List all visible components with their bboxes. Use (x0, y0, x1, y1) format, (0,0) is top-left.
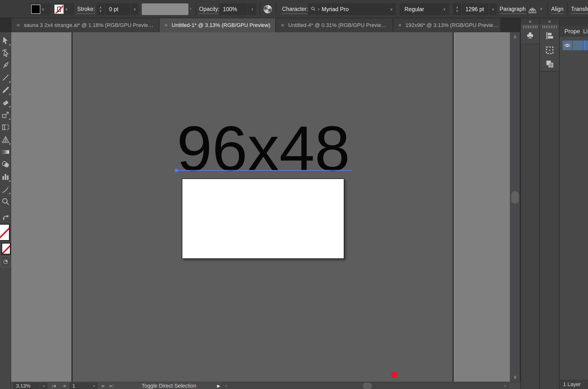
panel-tabs: Prope Lib (559, 26, 588, 36)
artboard[interactable] (182, 178, 344, 259)
drawing-mode-button[interactable] (0, 256, 11, 267)
scroll-left-icon[interactable]: ‹ (225, 382, 227, 389)
document-tab-label: Untitled-4* @ 0.31% (RGB/GPU Previe… (288, 22, 386, 29)
document-tab[interactable]: × Untitled-4* @ 0.31% (RGB/GPU Previe… (276, 18, 393, 32)
font-size-field[interactable]: 1296 pt (462, 3, 489, 15)
warp-envelope-icon[interactable] (527, 5, 537, 15)
document-tab[interactable]: × 192x96* @ 3.13% (RGB/GPU Previe… (393, 18, 501, 32)
stroke-weight-field[interactable]: 0 pt (105, 3, 130, 15)
chevron-up-icon[interactable]: ∧ (456, 6, 458, 9)
control-bar: ∨ ∨ Stroke: ∧ ∨ 0 pt ∨ ∨ Opacity: 100% › (0, 0, 588, 18)
chevron-down-icon[interactable]: ∨ (540, 6, 543, 11)
pen-tool[interactable] (0, 59, 11, 71)
collapse-dock-button[interactable]: « (540, 18, 559, 24)
fill-color-swatch[interactable] (31, 5, 40, 14)
selection-tool[interactable] (0, 34, 11, 47)
previous-artboard-button[interactable]: ◀ (63, 383, 65, 389)
stroke-panel-link[interactable]: Stroke: (77, 6, 95, 14)
layer-visibility-toggle[interactable] (562, 40, 573, 50)
status-expand-button[interactable]: ▶ (217, 383, 220, 389)
character-panel-link[interactable]: Character: (282, 6, 308, 14)
layer-thumbnail-cell[interactable] (573, 40, 583, 50)
red-square-object[interactable] (391, 372, 397, 377)
artboard-dropdown[interactable]: ∨ (90, 383, 98, 389)
opacity-panel-link[interactable]: Opacity: (199, 6, 219, 14)
tab-properties[interactable]: Prope (564, 26, 580, 36)
scale-tool[interactable] (0, 109, 11, 121)
line-segment-tool[interactable] (0, 71, 11, 84)
opacity-expand-button[interactable]: › (248, 3, 256, 15)
font-size-stepper[interactable]: ∧ ∨ (453, 3, 461, 15)
chevron-right-icon: › (251, 6, 253, 12)
scroll-up-icon[interactable]: ∧ (510, 34, 520, 40)
horizontal-scroll-thumb[interactable] (363, 383, 372, 389)
text-baseline-selection[interactable] (177, 170, 352, 171)
next-artboard-button[interactable]: ▶ (102, 383, 105, 389)
stroke-swatch-none[interactable] (1, 243, 11, 255)
align-panel-link[interactable]: Align (551, 6, 563, 14)
chevron-up-icon[interactable]: ∧ (99, 6, 102, 9)
separator (567, 2, 568, 16)
fill-swatch-none[interactable] (0, 224, 10, 241)
vertical-scroll-thumb[interactable] (511, 191, 519, 204)
shape-builder-tool[interactable] (0, 158, 11, 170)
scroll-right-icon[interactable]: › (504, 382, 506, 389)
direct-selection-tool[interactable] (0, 47, 11, 59)
pathfinder-panel-button[interactable] (540, 59, 559, 69)
slice-tool[interactable] (0, 183, 11, 195)
column-graph-tool[interactable] (0, 170, 11, 183)
document-tab-active[interactable]: × Untitled-1* @ 3.13% (RGB/GPU Preview) (159, 18, 276, 32)
stroke-color-swatch[interactable] (54, 5, 63, 14)
opacity-field[interactable]: 100% (219, 3, 248, 15)
perspective-grid-tool[interactable] (0, 133, 11, 146)
zoom-level-field[interactable]: 3.13% (13, 383, 40, 389)
paintbrush-tool[interactable] (0, 84, 11, 96)
font-family-combo[interactable]: ∨ Myriad Pro ∨ (308, 3, 396, 15)
layer-row[interactable] (562, 40, 588, 50)
scroll-down-icon[interactable]: ∨ (510, 374, 520, 380)
last-artboard-button[interactable]: ▶| (110, 383, 113, 389)
stroke-weight-dropdown[interactable]: ∨ (131, 3, 138, 15)
transform-panel-link[interactable]: Transfo (571, 6, 588, 14)
custom-tools-panel-button[interactable]: ♣ (521, 30, 539, 40)
stroke-color-control[interactable]: ∨ (53, 3, 74, 15)
recolor-ball-icon[interactable] (263, 5, 272, 15)
zoom-level-dropdown[interactable]: ∨ (40, 383, 48, 389)
collapse-dock-button[interactable]: « (521, 18, 539, 24)
eye-icon (564, 42, 571, 49)
panel-grip[interactable] (523, 26, 537, 29)
close-icon[interactable]: × (17, 22, 20, 28)
gradient-tool[interactable] (0, 146, 11, 158)
fill-color-control[interactable]: ∨ (30, 3, 51, 15)
chevron-down-icon[interactable]: ∨ (99, 9, 102, 13)
canvas-area[interactable]: 96x48 (11, 32, 510, 382)
document-tab[interactable]: × sauna 3 2x4 strange.ai* @ 1.18% (RGB/G… (12, 18, 159, 32)
swap-arrows-icon (2, 213, 9, 221)
paragraph-panel-link[interactable]: Paragraph (500, 6, 526, 14)
panel-grip[interactable] (543, 26, 557, 29)
chevron-down-icon[interactable]: ∨ (65, 7, 68, 11)
chevron-down-icon[interactable]: ∨ (42, 7, 44, 11)
artwork-text-object[interactable]: 96x48 (177, 117, 350, 180)
eraser-tool[interactable] (0, 96, 11, 109)
zoom-tool[interactable] (0, 195, 11, 208)
align-panel-button[interactable] (540, 31, 559, 40)
selection-anchor-handle[interactable] (175, 169, 178, 172)
close-icon[interactable]: × (281, 22, 284, 28)
artboard-number-field[interactable]: 1 (69, 383, 90, 389)
close-icon[interactable]: × (164, 22, 168, 28)
chevron-down-icon[interactable]: ∨ (456, 9, 458, 13)
swap-fill-stroke[interactable] (0, 212, 11, 223)
horizontal-scrollbar[interactable]: ‹ › (221, 382, 509, 389)
artboard-tool[interactable] (0, 121, 11, 133)
stroke-weight-stepper[interactable]: ∧ ∨ (97, 3, 104, 15)
font-size-dropdown[interactable]: ∨ (490, 3, 497, 15)
vertical-scrollbar[interactable]: ∧ ∨ (510, 32, 520, 382)
first-artboard-button[interactable]: |◀ (52, 383, 56, 389)
close-icon[interactable]: × (398, 22, 402, 28)
artboards-panel-button[interactable] (540, 45, 559, 55)
toolbar (0, 32, 11, 389)
slice-tool-icon (1, 185, 10, 193)
font-style-dropdown[interactable]: Regular ∨ (400, 3, 449, 15)
tab-libraries[interactable]: Lib (583, 26, 588, 36)
